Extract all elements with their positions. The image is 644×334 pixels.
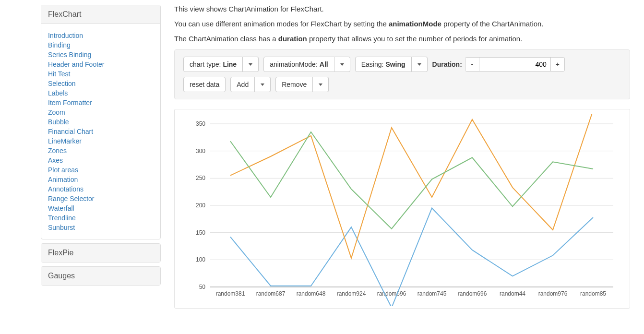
x-tick-label: random648 (297, 290, 326, 297)
reset-data-button[interactable]: reset data (183, 77, 226, 92)
intro-line-1: This view shows ChartAnimation for FlexC… (174, 5, 630, 13)
y-tick-label: 250 (196, 175, 205, 181)
x-tick-label: random687 (256, 290, 286, 297)
chevron-down-icon (417, 63, 421, 66)
intro-line-2: You can use different animation modes fo… (174, 20, 630, 28)
x-tick-label: random44 (500, 290, 525, 297)
sidebar-item[interactable]: Introduction (48, 31, 154, 40)
sidebar-item[interactable]: Labels (48, 88, 154, 98)
add-caret[interactable] (255, 77, 271, 92)
chart-panel: 50100150200250300350random381random687ra… (174, 109, 630, 309)
duration-label: Duration: (432, 60, 462, 68)
x-tick-label: random85 (580, 290, 606, 297)
sidebar-item[interactable]: Hit Test (48, 69, 154, 79)
line-chart: 50100150200250300350random381random687ra… (179, 114, 625, 306)
controls-panel: chart type: Line animationMode: All Easi… (174, 49, 630, 99)
sidebar-item[interactable]: Range Selector (48, 194, 154, 203)
y-tick-label: 300 (196, 148, 205, 155)
sidebar-item[interactable]: Selection (48, 79, 154, 88)
duration-input[interactable] (479, 58, 551, 71)
series-line (230, 132, 593, 229)
sidebar-item[interactable]: Annotations (48, 184, 154, 194)
x-tick-label: random924 (337, 290, 366, 297)
add-dropdown[interactable]: Add (230, 77, 271, 92)
x-tick-label: random976 (538, 290, 568, 297)
intro-line-3: The ChartAnimation class has a duration … (174, 35, 630, 43)
chevron-down-icon (261, 84, 264, 86)
x-tick-label: random696 (377, 290, 406, 297)
panel-gauges: Gauges (41, 266, 161, 286)
duration-plus-button[interactable]: + (551, 58, 564, 71)
sidebar: FlexChart IntroductionBindingSeries Bind… (41, 5, 161, 309)
panel-flexchart: FlexChart IntroductionBindingSeries Bind… (41, 5, 161, 239)
sidebar-item[interactable]: Axes (48, 155, 154, 165)
main-content: This view shows ChartAnimation for FlexC… (174, 5, 630, 309)
y-tick-label: 200 (196, 202, 205, 209)
sidebar-item[interactable]: Binding (48, 40, 154, 50)
chevron-down-icon (249, 63, 252, 66)
panel-header-gauges[interactable]: Gauges (41, 267, 160, 285)
sidebar-item[interactable]: Financial Chart (48, 127, 154, 136)
sidebar-item[interactable]: LineMarker (48, 136, 154, 146)
remove-dropdown[interactable]: Remove (275, 77, 329, 92)
panel-header-flexchart[interactable]: FlexChart (41, 5, 160, 24)
remove-caret[interactable] (313, 77, 329, 92)
sidebar-item[interactable]: Header and Footer (48, 60, 154, 69)
sidebar-item[interactable]: Animation (48, 175, 154, 184)
panel-header-flexpie[interactable]: FlexPie (41, 244, 160, 262)
easing-dropdown[interactable]: Easing: Swing (355, 57, 428, 72)
sidebar-item[interactable]: Trendline (48, 213, 154, 223)
flexchart-item-list: IntroductionBindingSeries BindingHeader … (41, 24, 160, 239)
x-tick-label: random745 (417, 290, 447, 297)
easing-caret[interactable] (412, 57, 428, 72)
series-line (230, 114, 593, 258)
chevron-down-icon (319, 84, 322, 86)
intro-text: This view shows ChartAnimation for FlexC… (174, 5, 630, 43)
panel-flexpie: FlexPie (41, 243, 161, 262)
duration-minus-button[interactable]: - (465, 58, 479, 71)
sidebar-item[interactable]: Item Formatter (48, 98, 154, 107)
y-tick-label: 50 (199, 284, 206, 290)
y-tick-label: 150 (196, 229, 205, 236)
sidebar-item[interactable]: Series Binding (48, 50, 154, 60)
sidebar-item[interactable]: Sunburst (48, 223, 154, 232)
duration-spinner[interactable]: - + (465, 57, 565, 72)
y-tick-label: 350 (196, 120, 205, 127)
chart-type-caret[interactable] (243, 57, 259, 72)
y-tick-label: 100 (196, 256, 205, 263)
sidebar-item[interactable]: Plot areas (48, 165, 154, 175)
x-tick-label: random696 (458, 290, 487, 297)
sidebar-item[interactable]: Zones (48, 146, 154, 155)
chart-type-dropdown[interactable]: chart type: Line (183, 57, 259, 72)
sidebar-item[interactable]: Waterfall (48, 203, 154, 213)
animation-mode-caret[interactable] (334, 57, 350, 72)
animation-mode-dropdown[interactable]: animationMode: All (263, 57, 350, 72)
x-tick-label: random381 (216, 290, 245, 297)
sidebar-item[interactable]: Zoom (48, 107, 154, 117)
chevron-down-icon (340, 63, 344, 66)
sidebar-item[interactable]: Bubble (48, 117, 154, 127)
